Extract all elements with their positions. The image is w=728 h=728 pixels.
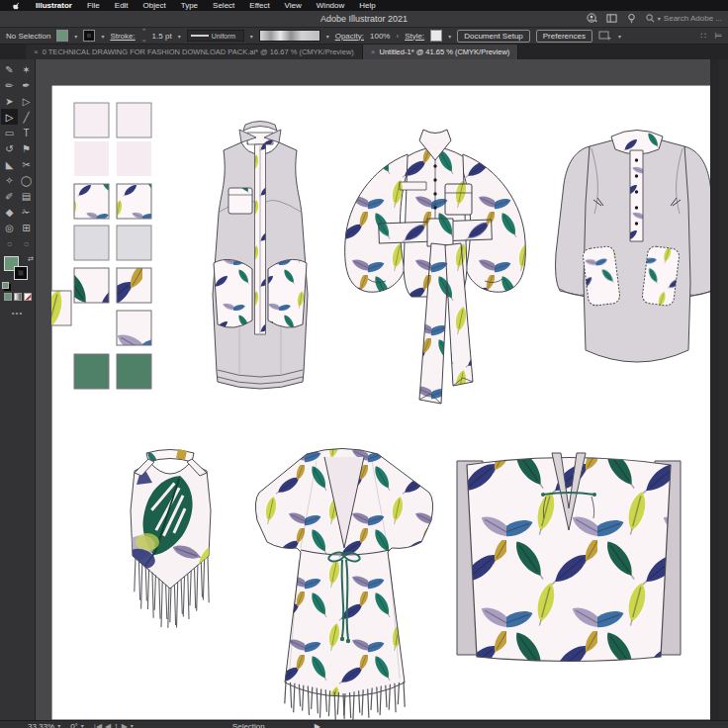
swatch-leaf-large-2[interactable] [117,268,151,303]
paintbrush-tool-icon[interactable]: ✎ [1,61,18,77]
menu-item-window[interactable]: Window [317,1,344,10]
tab-close-icon[interactable]: × [371,47,376,56]
lightbulb-icon[interactable] [626,13,637,24]
zoom-level[interactable]: 33.33% [28,722,54,728]
artboard-tool-icon[interactable]: ⊞ [18,220,35,235]
rectangle-tool-icon[interactable]: ▭ [1,125,18,140]
menu-item-illustrator[interactable]: Illustrator [36,1,72,10]
brush-definition-dropdown[interactable] [259,30,320,42]
swatch-leaf-small-1[interactable] [74,184,109,219]
rotate-tool-icon[interactable]: ↺ [1,140,18,156]
rotation-value[interactable]: 0° [70,722,78,728]
garment-sleeveless-shirt-dress[interactable] [213,122,308,390]
prev-artboard-icon[interactable]: ◀ [105,722,111,728]
opacity-label[interactable]: Opacity: [335,32,364,41]
swatch-leaf-large-4[interactable] [117,311,151,345]
sparkle-tool-icon[interactable]: ✧ [1,172,18,188]
menu-item-edit[interactable]: Edit [115,1,129,10]
shape-builder-tool-icon[interactable]: ⚑ [18,140,35,156]
pencil-tool-icon[interactable]: ✐ [1,188,18,204]
workspace-icon[interactable] [598,31,612,42]
apple-icon[interactable] [13,2,21,10]
swatch-leaf-large-1[interactable] [74,268,109,303]
wand-tool-icon[interactable]: ✶ [18,61,35,77]
status-expand-icon[interactable]: ▶ [315,722,320,728]
menu-item-help[interactable]: Help [359,1,375,10]
artboard-caret-icon[interactable]: ▾ [131,722,134,728]
menu-item-object[interactable]: Object [143,1,166,10]
scissors-tool-icon[interactable]: ✂ [18,156,35,172]
zoom-caret-icon[interactable]: ▾ [57,722,60,728]
preferences-button[interactable]: Preferences [536,30,592,43]
proxy-tool-icon[interactable]: ○ [18,235,35,251]
type-tool-icon[interactable]: T [18,125,35,140]
pen-tool-icon[interactable]: ✒ [18,77,35,93]
fill-caret-icon[interactable]: ▾ [74,33,77,40]
panel-dock-edge[interactable] [710,59,719,720]
swatch-gray-texture-1[interactable] [74,226,109,260]
default-fill-stroke-icon[interactable] [2,282,9,289]
tab-untitled-1[interactable]: × Untitled-1* @ 41.65 % (CMYK/Preview) [363,45,519,59]
panel-dock-icon[interactable]: ⊨ [714,31,722,41]
tab-technical-drawing-pack[interactable]: × 0 TECHNICAL DRAWING FOR FASHION DOWNLO… [26,45,363,59]
swap-fill-stroke-icon[interactable]: ⇄ [28,255,34,263]
stroke-caret-icon[interactable]: ▾ [101,33,104,40]
opacity-value[interactable]: 100% [370,32,390,41]
account-icon[interactable] [587,13,597,24]
gradient-tool-icon[interactable]: ▤ [18,188,35,204]
width-profile-caret-icon[interactable]: ▾ [250,33,253,40]
swatch-leaf-large-3[interactable] [51,291,71,325]
zoom-tool-icon[interactable]: ◎ [1,220,18,235]
blob-brush-tool-icon[interactable]: ✁ [18,204,35,220]
menu-item-select[interactable]: Select [213,1,234,10]
grid-toggle-icon[interactable]: ∷ [700,31,706,41]
none-button[interactable] [24,293,32,301]
workspace-caret-icon[interactable]: ▾ [618,33,621,40]
selection-tool-icon[interactable]: ➤ [1,93,18,109]
swatch-gray-texture-2[interactable] [117,226,151,260]
menu-item-file[interactable]: File [87,1,100,10]
stroke-proxy[interactable] [14,266,28,280]
menu-item-effect[interactable]: Effect [249,1,269,10]
direct-selection-tool-icon[interactable]: ▷ [1,109,18,125]
swatch-pale-pink-4[interactable] [117,141,151,176]
swatch-solid-green-1[interactable] [74,354,109,389]
menu-item-view[interactable]: View [285,1,302,10]
stroke-weight-label[interactable]: Stroke: [110,32,135,41]
stroke-color-swatch[interactable] [83,30,95,42]
ellipse-tool-icon[interactable]: ◯ [18,172,35,188]
opacity-expand-icon[interactable]: › [396,32,399,41]
search-adobe[interactable]: ▾ Search Adobe ... [646,14,722,23]
menu-item-type[interactable]: Type [181,1,198,10]
style-label[interactable]: Style: [405,32,424,41]
swatch-pale-pink-2[interactable] [117,103,151,137]
brush-caret-icon[interactable]: ▾ [326,33,329,40]
style-caret-icon[interactable]: ▾ [448,33,451,40]
swatch-solid-green-2[interactable] [117,354,151,389]
garment-square-kaftan[interactable] [457,453,681,662]
width-profile-dropdown[interactable]: Uniform [187,30,244,42]
line-segment-tool-icon[interactable]: ╱ [18,109,35,125]
document-setup-button[interactable]: Document Setup [457,30,530,43]
stroke-weight-value[interactable]: 1.5 pt [152,32,172,41]
swatch-leaf-small-2[interactable] [117,184,151,219]
stroke-stepper[interactable]: ⌃⌄ [141,28,146,44]
fill-color-swatch[interactable] [56,30,68,42]
next-artboard-icon[interactable]: ▶ [122,722,128,728]
artboard-number[interactable]: 1 [114,722,118,728]
gradient-button[interactable] [14,293,22,301]
swatch-pale-pink-3[interactable] [74,141,109,176]
edit-toolbar-icon[interactable]: ••• [0,301,35,318]
fill-stroke-indicator[interactable]: ⇄ [0,255,36,289]
eraser-tool-icon[interactable]: ◆ [1,204,18,220]
arrange-documents-icon[interactable] [606,13,617,24]
color-button[interactable] [4,293,12,301]
swatch-pale-pink-1[interactable] [74,103,109,137]
tab-close-icon[interactable]: × [34,47,39,56]
hand-tool-icon[interactable]: ○ [1,235,18,251]
artboard[interactable] [51,85,719,720]
canvas[interactable] [36,59,719,720]
stroke-weight-caret-icon[interactable]: ▾ [178,33,181,40]
eyedropper-tool-icon[interactable]: ◣ [1,156,18,172]
first-artboard-icon[interactable]: |◀ [94,722,102,728]
